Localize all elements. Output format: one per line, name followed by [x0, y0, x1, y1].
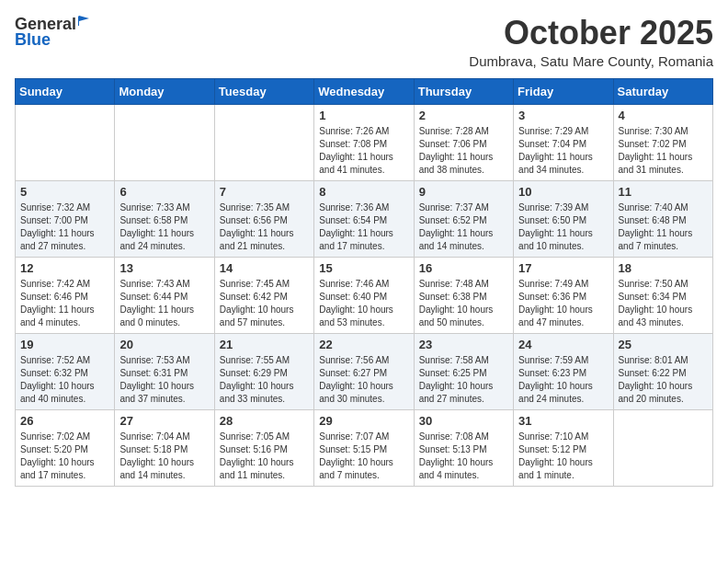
calendar-cell	[613, 409, 712, 486]
day-number: 25	[619, 338, 708, 351]
day-info: Sunrise: 7:48 AM Sunset: 6:38 PM Dayligh…	[419, 278, 508, 329]
calendar-cell	[115, 104, 214, 180]
day-number: 11	[619, 185, 708, 199]
calendar-cell: 5Sunrise: 7:32 AM Sunset: 7:00 PM Daylig…	[16, 180, 115, 257]
day-info: Sunrise: 7:49 AM Sunset: 6:36 PM Dayligh…	[518, 278, 608, 329]
day-number: 3	[518, 109, 608, 122]
calendar-cell: 6Sunrise: 7:33 AM Sunset: 6:58 PM Daylig…	[115, 180, 214, 257]
calendar-cell: 15Sunrise: 7:46 AM Sunset: 6:40 PM Dayli…	[314, 257, 414, 333]
calendar-cell: 30Sunrise: 7:08 AM Sunset: 5:13 PM Dayli…	[414, 409, 513, 486]
day-info: Sunrise: 7:26 AM Sunset: 7:08 PM Dayligh…	[319, 125, 408, 177]
day-info: Sunrise: 7:35 AM Sunset: 6:56 PM Dayligh…	[220, 201, 309, 253]
calendar-cell: 8Sunrise: 7:36 AM Sunset: 6:54 PM Daylig…	[314, 180, 414, 257]
weekday-header-saturday: Saturday	[613, 78, 712, 104]
logo-flag-icon	[77, 15, 90, 28]
calendar-table: SundayMondayTuesdayWednesdayThursdayFrid…	[15, 78, 713, 487]
weekday-header-sunday: Sunday	[16, 78, 115, 104]
calendar-cell: 22Sunrise: 7:56 AM Sunset: 6:27 PM Dayli…	[314, 333, 414, 409]
calendar-cell: 24Sunrise: 7:59 AM Sunset: 6:23 PM Dayli…	[514, 333, 613, 409]
day-number: 31	[518, 414, 608, 428]
day-number: 10	[518, 185, 608, 199]
calendar-cell	[16, 104, 115, 180]
day-info: Sunrise: 7:05 AM Sunset: 5:16 PM Dayligh…	[220, 431, 309, 482]
day-info: Sunrise: 7:39 AM Sunset: 6:50 PM Dayligh…	[518, 201, 608, 253]
day-number: 16	[419, 261, 508, 275]
day-info: Sunrise: 7:45 AM Sunset: 6:42 PM Dayligh…	[220, 278, 309, 329]
calendar-cell: 19Sunrise: 7:52 AM Sunset: 6:32 PM Dayli…	[16, 333, 115, 409]
day-info: Sunrise: 7:10 AM Sunset: 5:12 PM Dayligh…	[518, 431, 608, 482]
day-number: 30	[419, 414, 508, 428]
calendar-cell: 29Sunrise: 7:07 AM Sunset: 5:15 PM Dayli…	[314, 409, 414, 486]
day-number: 18	[619, 261, 708, 275]
calendar-cell: 31Sunrise: 7:10 AM Sunset: 5:12 PM Dayli…	[514, 409, 613, 486]
calendar-cell: 28Sunrise: 7:05 AM Sunset: 5:16 PM Dayli…	[214, 409, 313, 486]
calendar-cell: 17Sunrise: 7:49 AM Sunset: 6:36 PM Dayli…	[514, 257, 613, 333]
weekday-header-thursday: Thursday	[414, 78, 513, 104]
day-number: 8	[319, 185, 408, 199]
day-info: Sunrise: 7:46 AM Sunset: 6:40 PM Dayligh…	[319, 278, 408, 329]
day-info: Sunrise: 7:55 AM Sunset: 6:29 PM Dayligh…	[220, 354, 309, 406]
calendar-cell: 3Sunrise: 7:29 AM Sunset: 7:04 PM Daylig…	[514, 104, 613, 180]
calendar-cell: 23Sunrise: 7:58 AM Sunset: 6:25 PM Dayli…	[414, 333, 513, 409]
week-row-3: 12Sunrise: 7:42 AM Sunset: 6:46 PM Dayli…	[16, 257, 713, 333]
page-header: General Blue October 2025 Dumbrava, Satu…	[15, 15, 713, 69]
calendar-cell: 10Sunrise: 7:39 AM Sunset: 6:50 PM Dayli…	[514, 180, 613, 257]
weekday-header-row: SundayMondayTuesdayWednesdayThursdayFrid…	[16, 78, 713, 104]
calendar-cell: 7Sunrise: 7:35 AM Sunset: 6:56 PM Daylig…	[214, 180, 313, 257]
day-number: 13	[119, 261, 209, 275]
day-number: 9	[419, 185, 508, 199]
day-number: 23	[419, 338, 508, 351]
day-info: Sunrise: 7:08 AM Sunset: 5:13 PM Dayligh…	[419, 431, 508, 482]
day-number: 24	[518, 338, 608, 351]
week-row-1: 1Sunrise: 7:26 AM Sunset: 7:08 PM Daylig…	[16, 104, 713, 180]
day-info: Sunrise: 7:36 AM Sunset: 6:54 PM Dayligh…	[319, 201, 408, 253]
weekday-header-tuesday: Tuesday	[214, 78, 313, 104]
day-info: Sunrise: 7:04 AM Sunset: 5:18 PM Dayligh…	[119, 431, 209, 482]
day-number: 28	[220, 414, 309, 428]
calendar-cell: 27Sunrise: 7:04 AM Sunset: 5:18 PM Dayli…	[115, 409, 214, 486]
day-number: 21	[220, 338, 309, 351]
calendar-cell: 12Sunrise: 7:42 AM Sunset: 6:46 PM Dayli…	[16, 257, 115, 333]
day-info: Sunrise: 7:42 AM Sunset: 6:46 PM Dayligh…	[20, 278, 109, 329]
logo-blue-text: Blue	[15, 30, 51, 49]
day-number: 14	[220, 261, 309, 275]
calendar-cell: 11Sunrise: 7:40 AM Sunset: 6:48 PM Dayli…	[613, 180, 712, 257]
day-info: Sunrise: 7:50 AM Sunset: 6:34 PM Dayligh…	[619, 278, 708, 329]
location-text: Dumbrava, Satu Mare County, Romania	[469, 53, 713, 69]
day-number: 5	[20, 185, 109, 199]
calendar-cell: 18Sunrise: 7:50 AM Sunset: 6:34 PM Dayli…	[613, 257, 712, 333]
day-info: Sunrise: 7:58 AM Sunset: 6:25 PM Dayligh…	[419, 354, 508, 406]
day-info: Sunrise: 7:32 AM Sunset: 7:00 PM Dayligh…	[20, 201, 109, 253]
logo: General Blue	[15, 15, 90, 50]
day-number: 17	[518, 261, 608, 275]
calendar-cell: 20Sunrise: 7:53 AM Sunset: 6:31 PM Dayli…	[115, 333, 214, 409]
day-info: Sunrise: 7:29 AM Sunset: 7:04 PM Dayligh…	[518, 125, 608, 177]
day-info: Sunrise: 7:40 AM Sunset: 6:48 PM Dayligh…	[619, 201, 708, 253]
day-number: 15	[319, 261, 408, 275]
calendar-cell: 2Sunrise: 7:28 AM Sunset: 7:06 PM Daylig…	[414, 104, 513, 180]
calendar-cell: 4Sunrise: 7:30 AM Sunset: 7:02 PM Daylig…	[613, 104, 712, 180]
day-number: 26	[20, 414, 109, 428]
calendar-cell: 26Sunrise: 7:02 AM Sunset: 5:20 PM Dayli…	[16, 409, 115, 486]
day-number: 29	[319, 414, 408, 428]
day-number: 6	[119, 185, 209, 199]
month-title: October 2025	[469, 15, 713, 52]
day-info: Sunrise: 8:01 AM Sunset: 6:22 PM Dayligh…	[619, 354, 708, 406]
day-info: Sunrise: 7:30 AM Sunset: 7:02 PM Dayligh…	[619, 125, 708, 177]
calendar-cell: 25Sunrise: 8:01 AM Sunset: 6:22 PM Dayli…	[613, 333, 712, 409]
day-info: Sunrise: 7:59 AM Sunset: 6:23 PM Dayligh…	[518, 354, 608, 406]
calendar-cell: 1Sunrise: 7:26 AM Sunset: 7:08 PM Daylig…	[314, 104, 414, 180]
day-number: 1	[319, 109, 408, 122]
weekday-header-friday: Friday	[514, 78, 613, 104]
svg-marker-0	[78, 16, 89, 26]
day-number: 20	[119, 338, 209, 351]
calendar-cell: 16Sunrise: 7:48 AM Sunset: 6:38 PM Dayli…	[414, 257, 513, 333]
day-number: 7	[220, 185, 309, 199]
day-info: Sunrise: 7:52 AM Sunset: 6:32 PM Dayligh…	[20, 354, 109, 406]
week-row-5: 26Sunrise: 7:02 AM Sunset: 5:20 PM Dayli…	[16, 409, 713, 486]
day-info: Sunrise: 7:53 AM Sunset: 6:31 PM Dayligh…	[119, 354, 209, 406]
title-block: October 2025 Dumbrava, Satu Mare County,…	[469, 15, 713, 69]
day-number: 27	[119, 414, 209, 428]
day-info: Sunrise: 7:43 AM Sunset: 6:44 PM Dayligh…	[119, 278, 209, 329]
calendar-cell: 13Sunrise: 7:43 AM Sunset: 6:44 PM Dayli…	[115, 257, 214, 333]
